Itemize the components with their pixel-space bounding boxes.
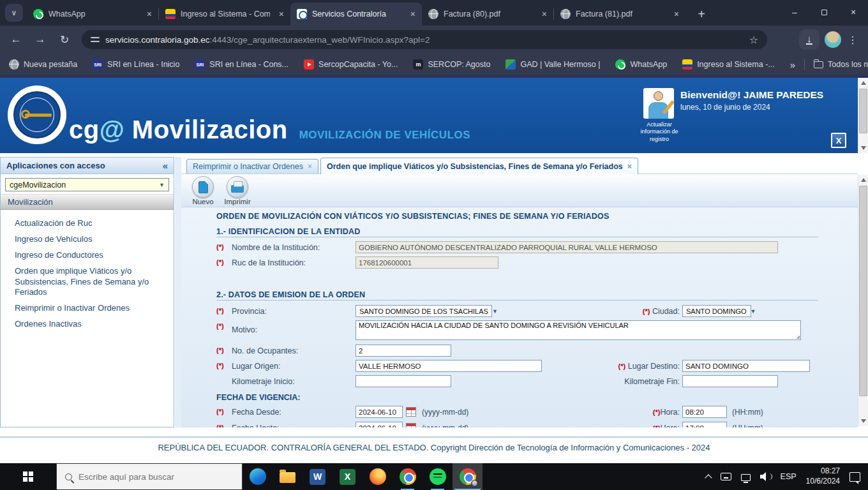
globe-favicon (560, 9, 571, 19)
sri-icon: SRI (195, 59, 205, 70)
browser-tab-whatsapp[interactable]: WhatsApp × (27, 3, 158, 26)
tab-close-icon[interactable]: × (147, 10, 152, 19)
doc-tab-reimprimir[interactable]: Reimprimir o Inactivar Ordenes × (186, 159, 318, 174)
taskbar-spotify[interactable] (423, 463, 453, 490)
new-tab-button[interactable]: + (692, 4, 711, 24)
bookmark-label: SRI en Línea - Cons... (209, 60, 288, 69)
taskbar-chrome-active[interactable] (453, 463, 483, 490)
scroll-up-arrow[interactable] (858, 175, 868, 185)
bookmark-label: Ingreso al Sistema -... (697, 60, 775, 69)
taskbar-clock[interactable]: 08:27 10/6/2024 (806, 466, 840, 486)
back-button[interactable]: ← (6, 31, 26, 48)
scrollbar-thumb[interactable] (859, 186, 867, 396)
sidebar-item-ingreso-conductores[interactable]: Ingreso de Conductores (1, 248, 174, 264)
profile-avatar[interactable] (825, 31, 841, 48)
avatar-caption[interactable]: Actualizar información de registro (636, 121, 682, 143)
scroll-down-arrow[interactable] (858, 416, 868, 426)
tab-close-icon[interactable]: × (279, 10, 284, 19)
browser-tab-factura81[interactable]: Factura (81).pdf × (554, 3, 685, 26)
sidebar-splitter[interactable] (175, 157, 181, 427)
ruc-institucion-input (355, 256, 498, 269)
windows-taskbar: W X ESP 08:27 10/6/2024 (0, 463, 868, 490)
bookmark-star-icon[interactable]: ☆ (749, 34, 758, 46)
sidebar-item-ingreso-vehiculos[interactable]: Ingreso de Vehículos (1, 232, 174, 248)
browser-menu-button[interactable]: ⋮ (845, 31, 860, 48)
sidebar-item-orden-viaticos[interactable]: Orden que implique Viáticos y/o Subsiste… (1, 264, 174, 301)
sidebar-item-reimprimir-inactivar[interactable]: Reimprimir o Inactivar Ordenes (1, 301, 174, 316)
field-label: Motivo: (232, 325, 257, 334)
browser-tab-factura80[interactable]: Factura (80).pdf × (422, 3, 553, 26)
ciudad-select[interactable]: SANTO DOMINGO ▼ (682, 305, 751, 317)
window-close-button[interactable]: × (839, 0, 868, 24)
profile-badge (471, 480, 478, 487)
tab-close-icon[interactable]: × (674, 10, 679, 19)
scroll-up-arrow[interactable] (858, 78, 868, 88)
tab-search-button[interactable]: ∨ (5, 4, 23, 22)
scroll-down-arrow[interactable] (858, 143, 868, 153)
taskbar-file-explorer[interactable] (273, 463, 303, 490)
resize-handle-icon[interactable]: ◢ (797, 334, 800, 339)
action-center-icon[interactable] (849, 472, 860, 482)
all-bookmarks-button[interactable]: Todos los marcadores (814, 60, 868, 69)
application-select[interactable]: cgeMovilizacion ▼ (5, 178, 169, 191)
bookmark-ingreso-sistema[interactable]: Ingreso al Sistema -... (682, 59, 775, 70)
hora-hasta-input[interactable] (682, 422, 727, 427)
tray-expand-icon[interactable] (705, 474, 712, 481)
start-button[interactable] (0, 463, 56, 490)
bookmark-whatsapp[interactable]: WhatsApp (615, 59, 667, 70)
app-close-button[interactable]: X (831, 133, 846, 148)
update-registration-avatar[interactable] (643, 88, 674, 119)
browser-tab-contraloria-active[interactable]: Servicios Contraloría × (290, 3, 422, 26)
form-toolbar: Nuevo Imprimir (181, 174, 858, 207)
site-settings-icon[interactable] (91, 36, 100, 43)
doc-tab-close-icon[interactable]: × (627, 162, 632, 171)
bookmark-sri-consultas[interactable]: SRISRI en Línea - Cons... (195, 59, 288, 70)
header-scrollbar[interactable] (858, 78, 868, 153)
bookmarks-overflow-button[interactable]: » (790, 59, 795, 70)
bookmark-sercopcapacita[interactable]: SercopCapacita - Yo... (304, 59, 398, 70)
reload-button[interactable]: ↻ (55, 31, 74, 48)
sidebar-group-movilizacion[interactable]: Movilización (1, 194, 174, 210)
taskbar-excel[interactable]: X (333, 463, 363, 490)
sidebar-collapse-icon[interactable]: « (163, 160, 168, 171)
window-maximize-button[interactable] (809, 0, 839, 24)
network-icon[interactable] (741, 474, 751, 481)
bookmark-nueva-pestana[interactable]: Nueva pestaña (9, 59, 77, 70)
bookmark-sercop[interactable]: mSERCOP: Agosto (413, 59, 490, 70)
taskbar-chrome[interactable] (393, 463, 423, 490)
sidebar-item-actualizacion-ruc[interactable]: Actualización de Ruc (1, 216, 174, 232)
kilometraje-fin-input[interactable] (682, 375, 778, 387)
browser-tab-ingreso[interactable]: Ingreso al Sistema - Compra × (159, 3, 290, 26)
address-bar[interactable]: servicios.contraloria.gob.ec:4443/cge_ar… (82, 30, 767, 49)
motivo-textarea[interactable]: MOVILIZACIÓN HACIA LA CIUDAD DE SANTO DO… (355, 320, 801, 340)
application-select-value: cgeMovilizacion (10, 181, 66, 189)
forward-button[interactable]: → (31, 31, 50, 48)
taskbar-firefox[interactable] (363, 463, 393, 490)
bookmark-gad-valle-hermoso[interactable]: GAD | Valle Hermoso | (505, 59, 600, 70)
bookmark-sri-inicio[interactable]: SRISRI en Línea - Inicio (93, 59, 179, 70)
window-minimize-button[interactable]: – (780, 0, 809, 24)
gad-icon (505, 59, 516, 70)
print-button[interactable]: Imprimir (222, 176, 253, 207)
doc-tab-close-icon[interactable]: × (308, 162, 312, 171)
footer-divider (0, 436, 868, 438)
sidebar-item-ordenes-inactivas[interactable]: Ordenes Inactivas (1, 316, 174, 332)
chevron-down-icon: ∨ (11, 8, 17, 17)
scrollbar-thumb[interactable] (859, 89, 867, 133)
taskbar-search[interactable] (56, 463, 243, 490)
touch-keyboard-icon[interactable] (721, 473, 731, 480)
tab-close-icon[interactable]: × (410, 10, 415, 19)
doc-tab-orden-viaticos-active[interactable]: Orden que implique Viáticos y/o Subsiste… (320, 158, 638, 174)
volume-icon[interactable] (760, 472, 771, 481)
taskbar-edge[interactable] (243, 463, 273, 490)
tab-close-icon[interactable]: × (542, 10, 547, 19)
hora-desde-input[interactable] (682, 406, 727, 418)
ocupantes-input[interactable] (355, 345, 451, 357)
new-button[interactable]: Nuevo (188, 176, 218, 207)
downloads-button[interactable]: ↓ (799, 29, 819, 50)
language-indicator[interactable]: ESP (781, 472, 797, 481)
taskbar-word[interactable]: W (303, 463, 333, 490)
content-scrollbar[interactable] (858, 175, 868, 426)
lugar-destino-input[interactable] (682, 360, 810, 372)
taskbar-search-input[interactable] (79, 472, 219, 482)
